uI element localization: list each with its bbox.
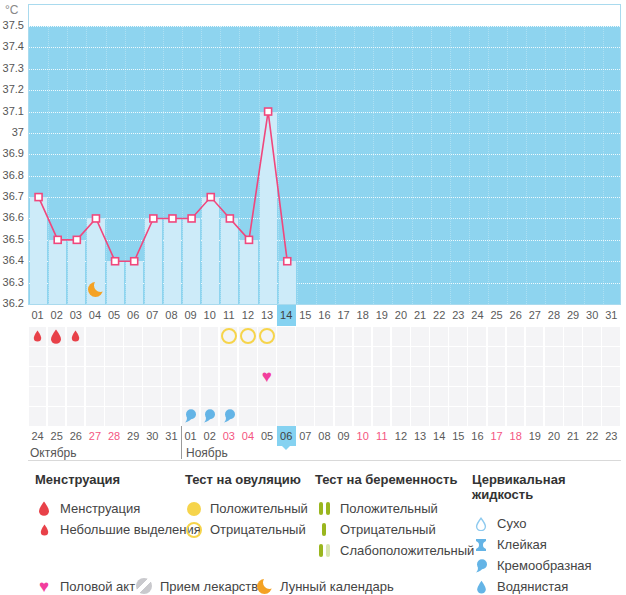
event-cell[interactable] xyxy=(602,347,620,366)
event-cell[interactable] xyxy=(526,367,544,386)
event-cell[interactable] xyxy=(488,407,506,426)
event-cell[interactable] xyxy=(162,327,180,346)
event-cell[interactable] xyxy=(182,347,200,366)
event-cell[interactable] xyxy=(86,367,104,386)
event-cell[interactable] xyxy=(143,387,161,406)
cycle-day-18[interactable]: 18 xyxy=(353,305,372,326)
event-cell[interactable] xyxy=(564,327,582,346)
cycle-day-11[interactable]: 11 xyxy=(219,305,238,326)
event-cell[interactable] xyxy=(124,387,142,406)
temperature-marker[interactable] xyxy=(35,194,42,201)
event-cell[interactable] xyxy=(29,367,47,386)
date-ноябрь-01[interactable]: 01 xyxy=(181,426,200,446)
event-cell[interactable] xyxy=(277,327,295,346)
temperature-marker[interactable] xyxy=(284,258,291,265)
event-cell[interactable] xyxy=(86,407,104,426)
temperature-marker[interactable] xyxy=(73,236,80,243)
event-cell[interactable] xyxy=(48,367,66,386)
event-cell[interactable] xyxy=(105,387,123,406)
event-cell[interactable]: ♥ xyxy=(258,367,276,386)
event-cell[interactable] xyxy=(143,367,161,386)
event-cell[interactable] xyxy=(29,327,47,346)
event-cell[interactable] xyxy=(392,387,410,406)
event-cell[interactable] xyxy=(220,387,238,406)
cycle-day-14[interactable]: 14 xyxy=(277,305,296,326)
event-cell[interactable] xyxy=(201,327,219,346)
event-cell[interactable] xyxy=(545,407,563,426)
event-cell[interactable] xyxy=(507,387,525,406)
event-cell[interactable] xyxy=(315,347,333,366)
temperature-marker[interactable] xyxy=(207,194,214,201)
event-cell[interactable] xyxy=(392,407,410,426)
event-cell[interactable] xyxy=(296,407,314,426)
cycle-day-19[interactable]: 19 xyxy=(372,305,391,326)
cycle-day-08[interactable]: 08 xyxy=(162,305,181,326)
date-ноябрь-14[interactable]: 14 xyxy=(430,426,449,446)
event-cell[interactable] xyxy=(430,327,448,346)
cycle-day-16[interactable]: 16 xyxy=(315,305,334,326)
event-cell[interactable] xyxy=(564,407,582,426)
event-cell[interactable] xyxy=(468,347,486,366)
event-cell[interactable] xyxy=(201,367,219,386)
event-cell[interactable] xyxy=(449,387,467,406)
date-ноябрь-16[interactable]: 16 xyxy=(468,426,487,446)
event-cell[interactable] xyxy=(277,367,295,386)
cycle-day-13[interactable]: 13 xyxy=(258,305,277,326)
date-ноябрь-12[interactable]: 12 xyxy=(391,426,410,446)
event-cell[interactable] xyxy=(564,387,582,406)
event-cell[interactable] xyxy=(162,347,180,366)
event-cell[interactable] xyxy=(354,347,372,366)
event-cell[interactable] xyxy=(526,347,544,366)
date-ноябрь-21[interactable]: 21 xyxy=(564,426,583,446)
cycle-day-26[interactable]: 26 xyxy=(506,305,525,326)
event-cell[interactable] xyxy=(201,407,219,426)
date-ноябрь-05[interactable]: 05 xyxy=(258,426,277,446)
date-ноябрь-08[interactable]: 08 xyxy=(315,426,334,446)
cycle-day-27[interactable]: 27 xyxy=(525,305,544,326)
event-cell[interactable] xyxy=(277,387,295,406)
event-cell[interactable] xyxy=(373,387,391,406)
cycle-day-01[interactable]: 01 xyxy=(28,305,47,326)
cycle-day-07[interactable]: 07 xyxy=(143,305,162,326)
event-cell[interactable] xyxy=(373,327,391,346)
event-cell[interactable] xyxy=(67,327,85,346)
event-cell[interactable] xyxy=(182,367,200,386)
event-cell[interactable] xyxy=(488,347,506,366)
event-cell[interactable] xyxy=(296,347,314,366)
event-cell[interactable] xyxy=(583,347,601,366)
event-cell[interactable] xyxy=(220,327,238,346)
event-cell[interactable] xyxy=(220,407,238,426)
cycle-day-15[interactable]: 15 xyxy=(296,305,315,326)
event-cell[interactable] xyxy=(526,327,544,346)
cycle-day-09[interactable]: 09 xyxy=(181,305,200,326)
event-cell[interactable] xyxy=(258,327,276,346)
event-cell[interactable] xyxy=(105,367,123,386)
event-cell[interactable] xyxy=(354,327,372,346)
date-ноябрь-07[interactable]: 07 xyxy=(296,426,315,446)
event-cell[interactable] xyxy=(105,407,123,426)
cycle-day-02[interactable]: 02 xyxy=(47,305,66,326)
cycle-day-17[interactable]: 17 xyxy=(334,305,353,326)
event-cell[interactable] xyxy=(411,367,429,386)
date-ноябрь-13[interactable]: 13 xyxy=(411,426,430,446)
temperature-marker[interactable] xyxy=(169,215,176,222)
date-ноябрь-19[interactable]: 19 xyxy=(525,426,544,446)
date-ноябрь-02[interactable]: 02 xyxy=(200,426,219,446)
cycle-day-24[interactable]: 24 xyxy=(468,305,487,326)
cycle-day-22[interactable]: 22 xyxy=(430,305,449,326)
event-cell[interactable] xyxy=(564,367,582,386)
event-cell[interactable] xyxy=(182,327,200,346)
event-cell[interactable] xyxy=(392,327,410,346)
event-cell[interactable] xyxy=(258,347,276,366)
temperature-marker[interactable] xyxy=(92,215,99,222)
event-cell[interactable] xyxy=(258,387,276,406)
date-октябрь-31[interactable]: 31 xyxy=(162,426,181,446)
event-cell[interactable] xyxy=(86,347,104,366)
event-cell[interactable] xyxy=(430,347,448,366)
date-октябрь-24[interactable]: 24 xyxy=(28,426,47,446)
event-cell[interactable] xyxy=(315,387,333,406)
event-cell[interactable] xyxy=(335,347,353,366)
event-cell[interactable] xyxy=(124,347,142,366)
temperature-marker[interactable] xyxy=(226,215,233,222)
event-cell[interactable] xyxy=(354,367,372,386)
